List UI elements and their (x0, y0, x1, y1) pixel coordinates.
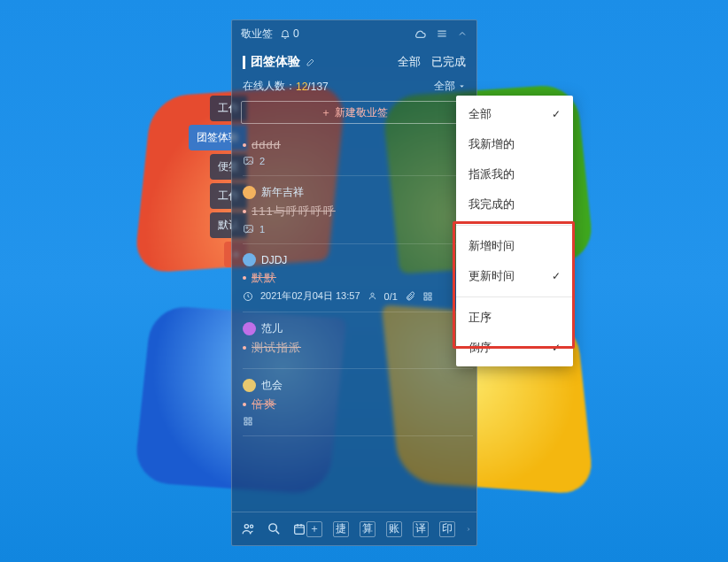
menu-lines-icon[interactable] (436, 27, 448, 40)
avatar (243, 379, 256, 392)
notification-bell[interactable]: 0 (280, 27, 299, 40)
avatar (243, 253, 256, 266)
svg-point-15 (250, 525, 252, 527)
footer-btn-3[interactable]: 译 (413, 521, 429, 537)
footer-btn-1[interactable]: 算 (360, 521, 376, 537)
menu-item-label: 全部 (469, 106, 492, 122)
svg-rect-9 (429, 297, 431, 300)
contacts-icon[interactable] (241, 521, 256, 536)
check-icon: ✓ (552, 342, 561, 354)
group-name: 团签体验 (251, 54, 300, 70)
bullet-dot (243, 210, 246, 213)
edit-group-icon[interactable] (306, 57, 316, 67)
note-item[interactable]: dddd2 (243, 129, 473, 176)
svg-point-3 (246, 227, 248, 229)
cloud-sync-icon[interactable] (414, 27, 427, 41)
bullet-dot (243, 276, 246, 280)
menu-item-label: 指派我的 (469, 166, 515, 182)
avatar (243, 186, 256, 199)
menu-item[interactable]: 正序 (456, 303, 573, 333)
image-icon (243, 223, 254, 235)
menu-item-label: 更新时间 (469, 268, 515, 284)
note-text: 默默 (252, 270, 276, 286)
people-count: 0/1 (384, 291, 398, 302)
note-author: 也会 (261, 378, 283, 393)
note-item[interactable]: 范儿测试指派 (243, 312, 473, 369)
note-item[interactable]: 新年吉祥111与呼呼呼呼1 (243, 176, 473, 244)
svg-rect-11 (249, 418, 252, 420)
bullet-dot (243, 403, 246, 406)
grid-icon (243, 416, 253, 427)
menu-item[interactable]: 更新时间✓ (456, 261, 573, 291)
menu-item[interactable]: 指派我的 (456, 159, 573, 189)
menu-item[interactable]: 我新增的 (456, 129, 573, 159)
filter-dropdown-menu: 全部✓我新增的指派我的我完成的 新增时间更新时间✓ 正序倒序✓ (456, 96, 573, 366)
person-icon (368, 291, 377, 301)
new-note-button[interactable]: ＋ 新建敬业签 (241, 101, 468, 124)
note-author: 范儿 (261, 321, 283, 336)
menu-item[interactable]: 我完成的 (456, 189, 573, 219)
check-icon: ✓ (552, 108, 561, 120)
note-text: dddd (252, 138, 281, 151)
note-author: DJDJ (261, 254, 287, 266)
svg-rect-6 (424, 293, 427, 296)
online-row: 在线人数： 12 / 137 全部 (232, 77, 476, 99)
menu-item-label: 倒序 (469, 340, 492, 356)
note-item[interactable]: 也会倍爽 (243, 369, 473, 436)
svg-rect-13 (249, 422, 252, 425)
online-total: 137 (311, 81, 329, 93)
calendar-icon[interactable] (292, 522, 306, 536)
collapse-icon[interactable] (457, 28, 468, 39)
footer-toolbar: ＋ 捷算账译印 (232, 512, 476, 545)
check-icon: ✓ (552, 270, 561, 282)
note-text: 测试指派 (252, 340, 301, 356)
menu-item-label: 正序 (469, 310, 492, 326)
svg-point-5 (370, 293, 373, 296)
group-header: 团签体验 全部 已完成 (232, 47, 476, 77)
app-title: 敬业签 (241, 27, 273, 42)
svg-point-16 (269, 524, 277, 532)
svg-rect-12 (244, 422, 247, 425)
search-icon[interactable] (267, 521, 282, 536)
online-current: 12 (296, 81, 307, 93)
svg-point-14 (244, 525, 248, 528)
attachment-icon (405, 291, 415, 302)
footer-more-icon[interactable] (466, 523, 471, 535)
svg-point-1 (246, 159, 248, 161)
menu-item-label: 我完成的 (469, 196, 515, 212)
plus-icon: ＋ (321, 105, 331, 120)
footer-add-button[interactable]: ＋ (306, 521, 322, 537)
filter-done[interactable]: 已完成 (431, 54, 466, 70)
svg-rect-8 (424, 297, 427, 300)
note-item[interactable]: DJDJ默默2021年02月04日 13:570/1 (243, 244, 473, 312)
menu-item[interactable]: 新增时间 (456, 231, 573, 261)
note-text: 倍爽 (252, 396, 276, 412)
titlebar: 敬业签 0 (232, 20, 476, 47)
filter-all[interactable]: 全部 (398, 54, 421, 70)
footer-btn-0[interactable]: 捷 (333, 521, 349, 537)
grid-icon (422, 291, 433, 302)
menu-item[interactable]: 全部✓ (456, 99, 573, 129)
avatar (243, 322, 256, 335)
menu-item-label: 我新增的 (469, 136, 515, 152)
filter-dropdown-trigger[interactable]: 全部 (434, 79, 466, 94)
bell-count: 0 (293, 27, 299, 40)
bullet-dot (243, 143, 246, 147)
menu-item-label: 新增时间 (469, 238, 515, 254)
online-label: 在线人数： (243, 79, 296, 94)
footer-btn-4[interactable]: 印 (439, 521, 455, 537)
menu-item[interactable]: 倒序✓ (456, 333, 573, 363)
svg-rect-7 (429, 293, 431, 296)
notes-list: dddd2新年吉祥111与呼呼呼呼1DJDJ默默2021年02月04日 13:5… (232, 129, 476, 512)
note-date: 2021年02月04日 13:57 (260, 289, 360, 303)
image-count: 1 (259, 224, 265, 235)
new-note-label: 新建敬业签 (335, 105, 388, 120)
note-author: 新年吉祥 (261, 185, 304, 200)
note-text: 111与呼呼呼呼 (252, 204, 336, 219)
svg-rect-17 (295, 525, 305, 534)
svg-rect-10 (244, 418, 247, 420)
image-icon (243, 155, 254, 166)
bullet-dot (243, 346, 246, 350)
image-count: 2 (259, 156, 265, 166)
footer-btn-2[interactable]: 账 (386, 521, 402, 537)
